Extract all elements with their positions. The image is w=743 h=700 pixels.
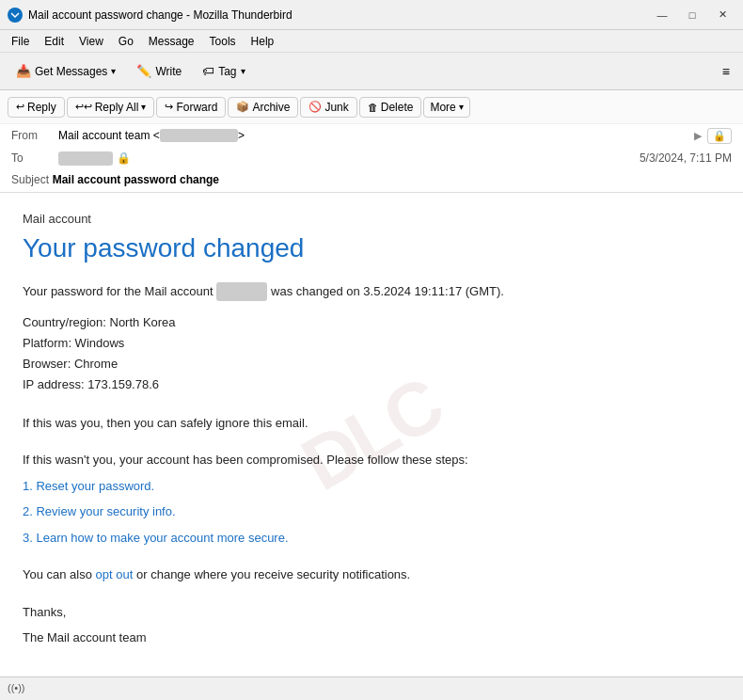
email-content: Mail account Your password changed Your … xyxy=(23,212,720,647)
email-headers: ↩ Reply ↩↩ Reply All ▾ ↪ Forward 📦 Archi… xyxy=(0,90,743,193)
step1-paragraph: 1. Reset your password. xyxy=(23,477,720,496)
status-bar: ((•)) xyxy=(0,676,743,697)
title-bar: Mail account password change - Mozilla T… xyxy=(0,0,743,30)
step3-paragraph: 3. Learn how to make your account more s… xyxy=(23,529,720,548)
more-button[interactable]: More ▾ xyxy=(423,97,469,118)
menu-message[interactable]: Message xyxy=(145,33,198,50)
email-big-title: Your password changed xyxy=(23,233,720,263)
intro-paragraph: Your password for the Mail account was c… xyxy=(23,282,720,301)
security-check-button[interactable]: 🔒 xyxy=(707,128,732,144)
reply-icon: ↩ xyxy=(16,101,24,113)
window-title: Mail account password change - Mozilla T… xyxy=(28,8,292,22)
reply-all-icon: ↩↩ xyxy=(75,101,92,113)
junk-icon: 🚫 xyxy=(308,101,322,113)
from-email-blurred xyxy=(160,129,238,142)
get-messages-dropdown-icon[interactable]: ▾ xyxy=(111,66,116,76)
write-icon: ✏️ xyxy=(136,64,151,78)
close-button[interactable]: ✕ xyxy=(709,6,735,24)
thanks-line: Thanks, xyxy=(23,603,720,622)
archive-label: Archive xyxy=(252,101,290,114)
email-body: DLC Mail account Your password changed Y… xyxy=(0,193,743,676)
safe-ignore-text: If this was you, then you can safely ign… xyxy=(23,414,720,433)
delete-label: Delete xyxy=(381,101,414,114)
from-row: From Mail account team < > ▶ 🔒 xyxy=(0,124,743,147)
write-label: Write xyxy=(155,65,182,78)
get-messages-button[interactable]: 📥 Get Messages ▾ xyxy=(8,59,124,83)
opt-out-suffix: or change where you receive security not… xyxy=(136,567,410,581)
junk-label: Junk xyxy=(324,101,348,114)
title-bar-left: Mail account password change - Mozilla T… xyxy=(8,8,292,23)
to-row: To 🔒 5/3/2024, 7:11 PM xyxy=(0,147,743,169)
account-label: Mail account xyxy=(23,212,720,226)
forward-button[interactable]: ↪ Forward xyxy=(156,97,226,118)
main-toolbar: 📥 Get Messages ▾ ✏️ Write 🏷 Tag ▾ ≡ xyxy=(0,53,743,90)
tag-icon: 🏷 xyxy=(202,64,214,78)
subject-value: Mail account password change xyxy=(53,173,219,186)
menu-edit[interactable]: Edit xyxy=(40,33,68,50)
app-icon xyxy=(8,8,23,23)
minimize-button[interactable]: — xyxy=(649,6,675,24)
browser-line: Browser: Chrome xyxy=(23,354,720,374)
subject-label: Subject xyxy=(11,173,49,186)
from-expand-icon[interactable]: ▶ xyxy=(694,130,702,142)
from-value: Mail account team < > xyxy=(58,129,690,142)
archive-icon: 📦 xyxy=(236,101,249,113)
more-label: More xyxy=(430,101,455,114)
menu-help[interactable]: Help xyxy=(247,33,278,50)
intro-text: Your password for the Mail account xyxy=(23,284,213,298)
reply-label: Reply xyxy=(27,101,56,114)
step2-link[interactable]: 2. Review your security info. xyxy=(23,504,176,518)
opt-out-prefix: You can also xyxy=(23,567,92,581)
compromised-intro: If this wasn't you, your account has bee… xyxy=(23,451,720,469)
tag-label: Tag xyxy=(218,65,236,78)
opt-out-link[interactable]: opt out xyxy=(96,567,134,581)
forward-icon: ↪ xyxy=(165,101,173,113)
tag-dropdown-icon[interactable]: ▾ xyxy=(241,66,245,76)
email-date: 5/3/2024, 7:11 PM xyxy=(640,151,732,165)
opt-out-paragraph: You can also opt out or change where you… xyxy=(23,565,720,584)
country-line: Country/region: North Korea xyxy=(23,312,720,333)
to-encrypt-icon: 🔒 xyxy=(117,151,131,165)
from-label: From xyxy=(11,129,58,142)
menu-bar: File Edit View Go Message Tools Help xyxy=(0,30,743,53)
reply-all-label: Reply All xyxy=(95,101,139,114)
step3-link[interactable]: 3. Learn how to make your account more s… xyxy=(23,531,289,545)
intro-suffix: was changed on 3.5.2024 19:11:17 (GMT). xyxy=(271,284,504,298)
status-icon: ((•)) xyxy=(8,682,25,693)
junk-button[interactable]: 🚫 Junk xyxy=(300,97,356,118)
archive-button[interactable]: 📦 Archive xyxy=(228,97,298,118)
to-value-blurred xyxy=(58,151,113,166)
subject-row: Subject Mail account password change xyxy=(0,169,743,192)
menu-file[interactable]: File xyxy=(8,33,33,50)
step2-paragraph: 2. Review your security info. xyxy=(23,502,720,521)
more-dropdown-icon: ▾ xyxy=(459,102,464,112)
maximize-button[interactable]: □ xyxy=(679,6,705,24)
window-controls[interactable]: — □ ✕ xyxy=(649,6,735,24)
menu-view[interactable]: View xyxy=(75,33,107,50)
delete-button[interactable]: 🗑 Delete xyxy=(359,97,422,118)
forward-label: Forward xyxy=(176,101,217,114)
platform-line: Platform: Windows xyxy=(23,333,720,354)
reply-button[interactable]: ↩ Reply xyxy=(8,97,65,118)
info-block: Country/region: North Korea Platform: Wi… xyxy=(23,312,720,395)
reply-all-button[interactable]: ↩↩ Reply All ▾ xyxy=(67,97,155,118)
get-messages-icon: 📥 xyxy=(16,64,31,78)
action-bar: ↩ Reply ↩↩ Reply All ▾ ↪ Forward 📦 Archi… xyxy=(0,90,743,124)
menu-go[interactable]: Go xyxy=(115,33,137,50)
ip-line: IP address: 173.159.78.6 xyxy=(23,374,720,395)
hamburger-button[interactable]: ≡ xyxy=(717,60,735,83)
delete-icon: 🗑 xyxy=(368,102,378,113)
step1-link[interactable]: 1. Reset your password. xyxy=(23,479,154,493)
tag-button[interactable]: 🏷 Tag ▾ xyxy=(194,59,253,83)
write-button[interactable]: ✏️ Write xyxy=(128,59,190,83)
reply-all-dropdown[interactable]: ▾ xyxy=(141,102,146,112)
to-label: To xyxy=(11,151,58,165)
team-line: The Mail account team xyxy=(23,628,720,647)
account-blurred xyxy=(216,282,267,301)
get-messages-label: Get Messages xyxy=(35,65,107,78)
menu-tools[interactable]: Tools xyxy=(206,33,240,50)
svg-point-0 xyxy=(9,9,21,21)
